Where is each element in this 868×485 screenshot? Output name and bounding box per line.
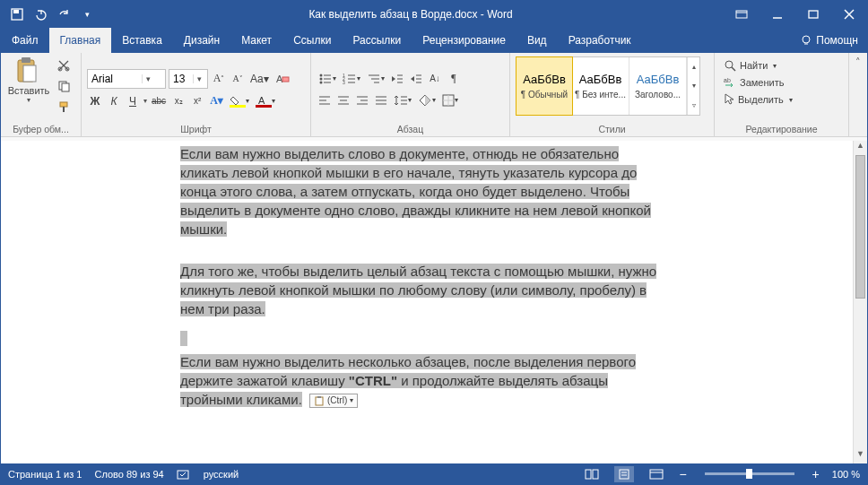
align-left-icon[interactable] xyxy=(317,91,333,109)
print-layout-icon[interactable] xyxy=(614,466,634,482)
underline-button[interactable]: Ч xyxy=(125,92,141,110)
strike-button[interactable]: abc xyxy=(150,92,168,110)
style-normal[interactable]: АаБбВв ¶ Обычный xyxy=(516,56,573,116)
bullets-icon[interactable]: ▾ xyxy=(317,70,338,88)
bold-button[interactable]: Ж xyxy=(87,92,103,110)
tab-insert[interactable]: Вставка xyxy=(111,28,173,53)
document-area: Если вам нужно выделить слово в документ… xyxy=(1,141,867,463)
redo-icon[interactable] xyxy=(53,4,74,25)
status-proofing-icon[interactable] xyxy=(177,468,191,481)
style-heading1[interactable]: АаБбВв Заголово... xyxy=(629,57,687,115)
font-size-combo[interactable]: ▾ xyxy=(169,69,208,89)
status-bar: Страница 1 из 1 Слово 89 из 94 русский −… xyxy=(1,463,867,484)
vertical-scrollbar[interactable]: ▲ ▼ xyxy=(853,141,867,463)
font-name-input[interactable] xyxy=(88,73,142,85)
shrink-font-icon[interactable]: A˅ xyxy=(230,70,246,88)
status-language[interactable]: русский xyxy=(204,469,239,480)
paste-options-smart-tag[interactable]: (Ctrl) ▾ xyxy=(309,394,358,408)
group-editing: Найти▾ abЗаменить Выделить▾ Редактирован… xyxy=(715,53,849,136)
change-case-icon[interactable]: Aa▾ xyxy=(248,70,271,88)
maximize-icon[interactable] xyxy=(795,1,831,28)
document-page[interactable]: Если вам нужно выделить слово в документ… xyxy=(180,141,772,463)
find-button[interactable]: Найти▾ xyxy=(720,58,796,73)
group-styles-label: Стили xyxy=(516,122,708,134)
justify-icon[interactable] xyxy=(373,91,389,109)
paste-button[interactable]: Вставить ▾ xyxy=(6,56,51,104)
close-icon[interactable] xyxy=(831,1,867,28)
zoom-out-button[interactable]: − xyxy=(679,467,686,481)
tab-developer[interactable]: Разработчик xyxy=(558,28,642,53)
tab-file[interactable]: Файл xyxy=(1,28,49,53)
style-preview: АаБбВв xyxy=(579,73,622,86)
increase-indent-icon[interactable] xyxy=(408,70,424,88)
superscript-button[interactable]: x² xyxy=(189,92,205,110)
zoom-value[interactable]: 100 % xyxy=(832,469,860,480)
borders-icon[interactable]: ▾ xyxy=(440,91,460,109)
font-color-icon[interactable]: A▾ xyxy=(254,92,277,110)
scroll-down-icon[interactable]: ▼ xyxy=(854,449,867,463)
zoom-slider[interactable] xyxy=(705,472,794,475)
tab-mailings[interactable]: Рассылки xyxy=(342,28,412,53)
svg-point-63 xyxy=(725,61,733,68)
styles-gallery[interactable]: АаБбВв ¶ Обычный АаБбВв ¶ Без инте... Аа… xyxy=(516,56,700,116)
text-run: Если вам нужно выделить несколько абзаце… xyxy=(180,354,636,369)
cut-icon[interactable] xyxy=(55,56,73,74)
scroll-up-icon[interactable]: ▲ xyxy=(854,141,867,155)
multilevel-list-icon[interactable]: ▾ xyxy=(365,70,386,88)
group-paragraph-label: Абзац xyxy=(317,122,504,134)
qat-customize-icon[interactable]: ▾ xyxy=(76,4,98,25)
svg-rect-1 xyxy=(13,10,19,13)
align-center-icon[interactable] xyxy=(335,91,352,109)
align-right-icon[interactable] xyxy=(354,91,370,109)
group-styles: АаБбВв ¶ Обычный АаБбВв ¶ Без инте... Аа… xyxy=(510,53,715,136)
tell-me[interactable]: Помощн xyxy=(789,28,867,53)
chevron-down-icon[interactable]: ▾ xyxy=(142,74,154,83)
svg-rect-74 xyxy=(650,470,663,479)
decrease-indent-icon[interactable] xyxy=(389,70,405,88)
highlight-icon[interactable]: ▾ xyxy=(228,92,251,110)
font-name-combo[interactable]: ▾ xyxy=(87,69,166,89)
italic-button[interactable]: К xyxy=(106,92,122,110)
scroll-thumb[interactable] xyxy=(855,155,865,299)
scroll-track[interactable] xyxy=(854,155,867,449)
status-words[interactable]: Слово 89 из 94 xyxy=(94,469,163,480)
svg-rect-12 xyxy=(23,65,36,82)
show-marks-icon[interactable]: ¶ xyxy=(446,70,462,88)
text-effects-icon[interactable]: A▾ xyxy=(208,92,225,110)
tell-me-label: Помощн xyxy=(816,34,858,47)
tab-view[interactable]: Вид xyxy=(516,28,558,53)
tab-design[interactable]: Дизайн xyxy=(173,28,230,53)
sort-icon[interactable]: A↓ xyxy=(427,70,443,88)
chevron-down-icon[interactable]: ▾ xyxy=(193,74,205,83)
minimize-icon[interactable] xyxy=(760,1,795,28)
style-no-spacing[interactable]: АаБбВв ¶ Без инте... xyxy=(572,57,629,115)
zoom-in-button[interactable]: + xyxy=(812,467,820,481)
format-painter-icon[interactable] xyxy=(55,98,73,116)
read-mode-icon[interactable] xyxy=(582,466,602,482)
tab-references[interactable]: Ссылки xyxy=(282,28,342,53)
svg-rect-11 xyxy=(22,57,30,63)
subscript-button[interactable]: x₂ xyxy=(170,92,187,110)
copy-icon[interactable] xyxy=(55,77,73,95)
web-layout-icon[interactable] xyxy=(647,466,666,482)
clear-format-icon[interactable]: A xyxy=(273,70,291,88)
tab-layout[interactable]: Макет xyxy=(230,28,282,53)
undo-icon[interactable] xyxy=(30,4,51,25)
font-size-input[interactable] xyxy=(169,73,193,85)
styles-more-icon[interactable]: ▴▾▿ xyxy=(687,57,699,115)
select-button[interactable]: Выделить▾ xyxy=(720,92,796,107)
ribbon-display-icon[interactable] xyxy=(724,1,760,28)
grow-font-icon[interactable]: A˄ xyxy=(211,70,227,88)
zoom-knob[interactable] xyxy=(746,469,752,479)
replace-button[interactable]: abЗаменить xyxy=(720,76,796,89)
line-spacing-icon[interactable]: ▾ xyxy=(392,91,413,109)
save-icon[interactable] xyxy=(6,4,28,25)
ribbon: Вставить ▾ Буфер обм... ▾ ▾ A˄ A˅ Aa▾ A … xyxy=(1,53,867,137)
search-icon xyxy=(724,59,736,72)
shading-icon[interactable]: ▾ xyxy=(416,91,438,109)
collapse-ribbon-icon[interactable]: ˄ xyxy=(849,53,867,136)
status-page[interactable]: Страница 1 из 1 xyxy=(8,469,82,480)
numbering-icon[interactable]: 123▾ xyxy=(341,70,362,88)
tab-review[interactable]: Рецензирование xyxy=(412,28,516,53)
tab-home[interactable]: Главная xyxy=(49,28,112,53)
